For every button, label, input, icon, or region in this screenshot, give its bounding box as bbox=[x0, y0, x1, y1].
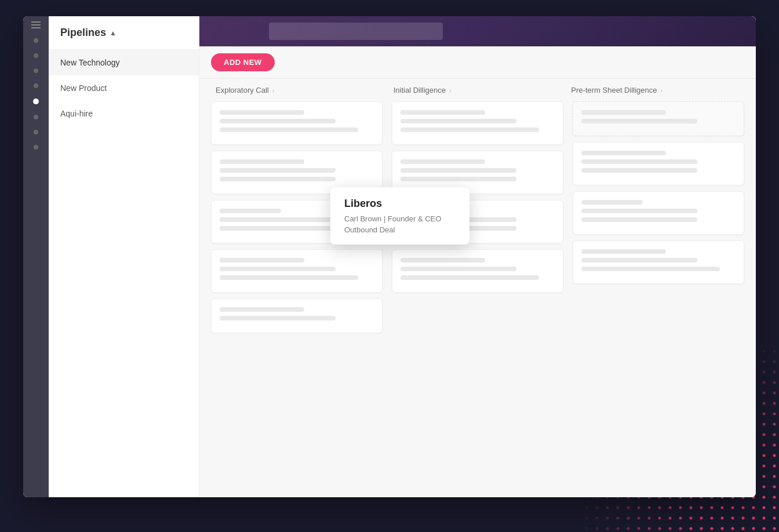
kanban-column-exploratory-call bbox=[211, 101, 383, 486]
card-line bbox=[401, 119, 516, 123]
card-line bbox=[401, 258, 485, 263]
col-header-pre-term: Pre-term Sheet Dilligence › bbox=[566, 79, 744, 101]
col-header-exploratory-call: Exploratory Call › bbox=[211, 79, 389, 101]
nav-icon-6[interactable] bbox=[34, 130, 38, 134]
tooltip-subtitle: Carl Brown | Founder & CEO bbox=[344, 214, 456, 223]
menu-icon[interactable] bbox=[31, 24, 41, 25]
card-line bbox=[220, 168, 336, 173]
card-2-4[interactable] bbox=[392, 249, 563, 293]
pipelines-title: Pipelines bbox=[60, 27, 106, 39]
card-line bbox=[401, 159, 485, 164]
pipeline-item-aqui-hire[interactable]: Aqui-hire bbox=[49, 101, 199, 126]
col-arrow-0: › bbox=[272, 87, 275, 94]
card-line bbox=[220, 307, 304, 312]
card-line bbox=[220, 110, 304, 115]
card-line bbox=[581, 159, 697, 164]
card-line bbox=[220, 127, 358, 132]
card-line bbox=[401, 110, 485, 115]
card-line bbox=[220, 258, 304, 263]
app-container: Pipelines ▲ New Technology New Product A… bbox=[23, 16, 756, 497]
main-content: ADD NEW Exploratory Call › Initial Dilli… bbox=[199, 16, 756, 497]
nav-icon-2[interactable] bbox=[34, 53, 38, 58]
card-2-1[interactable] bbox=[392, 101, 563, 145]
col-header-initial-diligence: Initial Dilligence › bbox=[389, 79, 567, 101]
card-line bbox=[581, 249, 666, 254]
card-line bbox=[401, 168, 516, 173]
card-line bbox=[220, 159, 304, 164]
card-3-1[interactable] bbox=[573, 101, 744, 136]
card-line bbox=[220, 316, 336, 320]
kanban-headers: Exploratory Call › Initial Dilligence › … bbox=[199, 79, 756, 101]
nav-icon-5[interactable] bbox=[34, 115, 38, 119]
pipeline-item-new-technology[interactable]: New Technology bbox=[49, 50, 199, 75]
card-line bbox=[401, 127, 539, 132]
col-arrow-1: › bbox=[449, 87, 452, 94]
card-line bbox=[581, 110, 666, 115]
nav-icon-7[interactable] bbox=[34, 145, 38, 150]
card-line bbox=[581, 217, 697, 222]
dropdown-arrow: ▲ bbox=[110, 29, 117, 37]
card-line bbox=[220, 209, 281, 213]
card-1-4[interactable] bbox=[211, 249, 383, 293]
card-line bbox=[581, 168, 697, 173]
nav-icon-3[interactable] bbox=[34, 68, 38, 73]
card-line bbox=[581, 258, 697, 263]
nav-icon-active[interactable] bbox=[33, 99, 39, 104]
card-line bbox=[581, 151, 666, 155]
pipeline-item-new-product[interactable]: New Product bbox=[49, 75, 199, 101]
card-line bbox=[581, 267, 720, 271]
card-line bbox=[220, 119, 336, 123]
nav-icon-1[interactable] bbox=[34, 38, 38, 43]
nav-icon-4[interactable] bbox=[34, 83, 38, 88]
kanban-column-pre-term bbox=[573, 101, 744, 486]
search-bar[interactable] bbox=[269, 23, 443, 40]
card-line bbox=[581, 200, 643, 205]
top-bar bbox=[199, 16, 756, 46]
card-line bbox=[581, 209, 697, 213]
pipelines-header[interactable]: Pipelines ▲ bbox=[49, 16, 199, 50]
card-3-3[interactable] bbox=[573, 191, 744, 235]
toolbar: ADD NEW bbox=[199, 46, 756, 79]
tooltip-card: Liberos Carl Brown | Founder & CEO Outbo… bbox=[330, 187, 469, 245]
card-line bbox=[401, 275, 539, 280]
card-1-1[interactable] bbox=[211, 101, 383, 145]
card-line bbox=[220, 217, 336, 222]
add-new-button[interactable]: ADD NEW bbox=[211, 53, 275, 71]
card-line bbox=[401, 177, 516, 181]
card-3-4[interactable] bbox=[573, 241, 744, 284]
tooltip-tag: Outbound Deal bbox=[344, 225, 456, 234]
tooltip-title: Liberos bbox=[344, 198, 456, 210]
card-3-2[interactable] bbox=[573, 142, 744, 185]
card-line bbox=[220, 177, 336, 181]
card-line bbox=[581, 119, 697, 123]
card-line bbox=[220, 267, 336, 271]
card-1-5[interactable] bbox=[211, 298, 383, 333]
card-line bbox=[401, 267, 516, 271]
pipeline-dropdown-panel: Pipelines ▲ New Technology New Product A… bbox=[49, 16, 199, 497]
sidebar bbox=[23, 16, 49, 497]
col-arrow-2: › bbox=[660, 87, 662, 94]
kanban-board bbox=[199, 101, 756, 497]
card-line bbox=[220, 275, 358, 280]
kanban-column-initial-diligence bbox=[392, 101, 563, 486]
